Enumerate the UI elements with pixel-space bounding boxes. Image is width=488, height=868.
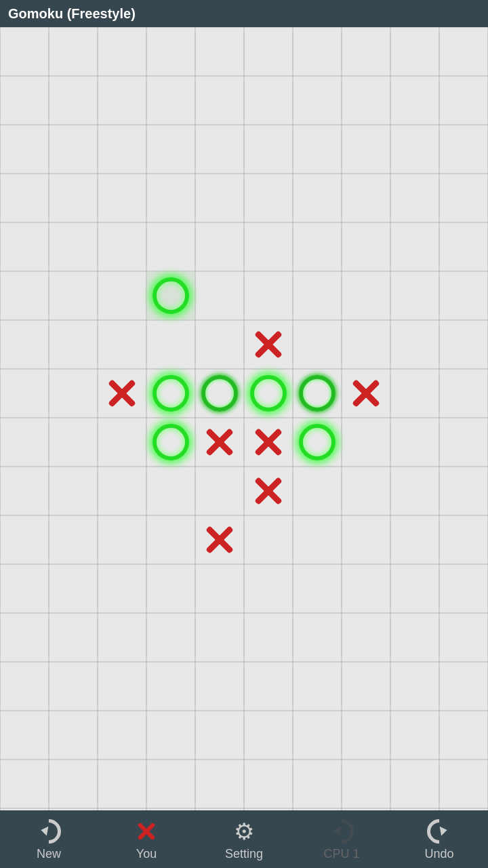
piece-13[interactable] — [195, 515, 244, 564]
piece-3[interactable] — [146, 369, 195, 418]
piece-1[interactable] — [244, 320, 293, 369]
cpu-icon — [327, 817, 356, 846]
setting-label: Setting — [225, 847, 263, 861]
undo-label: Undo — [424, 847, 453, 861]
piece-4[interactable] — [195, 369, 244, 418]
piece-10[interactable] — [244, 418, 293, 467]
toolbar: New You ⚙ Setting CPU 1 Undo — [0, 810, 488, 868]
setting-button[interactable]: ⚙ Setting — [197, 810, 291, 868]
piece-9[interactable] — [195, 418, 244, 467]
app-title: Gomoku (Freestyle) — [8, 6, 136, 22]
you-button[interactable]: You — [99, 810, 194, 868]
title-bar: Gomoku (Freestyle) — [0, 0, 488, 27]
undo-icon — [425, 817, 453, 846]
new-button[interactable]: New — [1, 810, 96, 868]
piece-0[interactable] — [146, 271, 195, 320]
piece-5[interactable] — [244, 369, 293, 418]
piece-12[interactable] — [244, 467, 293, 515]
new-icon — [35, 817, 63, 846]
undo-button[interactable]: Undo — [392, 810, 487, 868]
you-label: You — [136, 847, 157, 861]
piece-6[interactable] — [293, 369, 342, 418]
piece-8[interactable] — [146, 418, 195, 467]
game-board[interactable] — [0, 27, 488, 810]
cpu-button: CPU 1 — [294, 810, 389, 868]
piece-11[interactable] — [293, 418, 342, 467]
piece-2[interactable] — [98, 369, 146, 418]
new-label: New — [37, 847, 61, 861]
cpu-label: CPU 1 — [323, 847, 359, 861]
gear-icon: ⚙ — [230, 817, 258, 846]
you-icon — [132, 817, 161, 846]
piece-7[interactable] — [342, 369, 390, 418]
